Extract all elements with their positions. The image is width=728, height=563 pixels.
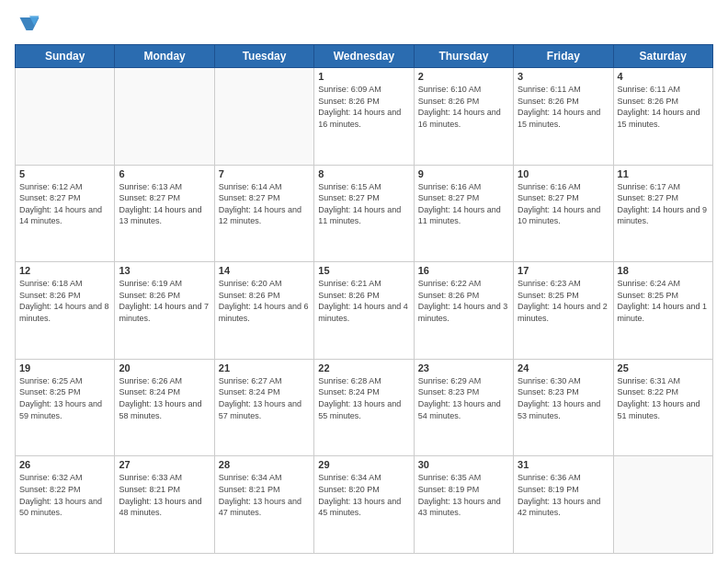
- calendar-cell: 8Sunrise: 6:15 AMSunset: 8:27 PMDaylight…: [314, 165, 414, 262]
- day-number: 3: [518, 71, 609, 82]
- calendar-cell: 11Sunrise: 6:17 AMSunset: 8:27 PMDayligh…: [613, 165, 712, 262]
- day-number: 11: [618, 168, 709, 179]
- calendar-cell: 3Sunrise: 6:11 AMSunset: 8:26 PMDaylight…: [514, 68, 613, 166]
- weekday-header-saturday: Saturday: [613, 45, 712, 68]
- day-number: 7: [219, 168, 310, 179]
- calendar-cell: 28Sunrise: 6:34 AMSunset: 8:21 PMDayligh…: [214, 456, 313, 554]
- weekday-header-monday: Monday: [115, 45, 214, 68]
- day-info: Sunrise: 6:16 AMSunset: 8:27 PMDaylight:…: [518, 181, 609, 227]
- weekday-header-wednesday: Wednesday: [314, 45, 414, 68]
- calendar-cell: 29Sunrise: 6:34 AMSunset: 8:20 PMDayligh…: [314, 456, 414, 554]
- day-number: 30: [418, 459, 509, 470]
- weekday-header-row: SundayMondayTuesdayWednesdayThursdayFrid…: [16, 45, 713, 68]
- day-info: Sunrise: 6:30 AMSunset: 8:23 PMDaylight:…: [518, 375, 609, 421]
- calendar-cell: 24Sunrise: 6:30 AMSunset: 8:23 PMDayligh…: [514, 359, 613, 456]
- day-number: 27: [119, 459, 210, 470]
- calendar-cell: 18Sunrise: 6:24 AMSunset: 8:25 PMDayligh…: [613, 262, 712, 360]
- day-number: 23: [418, 362, 509, 373]
- day-number: 20: [119, 362, 210, 373]
- day-info: Sunrise: 6:21 AMSunset: 8:26 PMDaylight:…: [318, 278, 409, 324]
- calendar-cell: 13Sunrise: 6:19 AMSunset: 8:26 PMDayligh…: [115, 262, 214, 360]
- day-number: 22: [318, 362, 409, 373]
- day-info: Sunrise: 6:36 AMSunset: 8:19 PMDaylight:…: [518, 472, 609, 518]
- calendar-cell: 15Sunrise: 6:21 AMSunset: 8:26 PMDayligh…: [314, 262, 414, 360]
- day-number: 1: [318, 71, 409, 82]
- day-number: 13: [119, 265, 210, 276]
- calendar-cell: 17Sunrise: 6:23 AMSunset: 8:25 PMDayligh…: [514, 262, 613, 360]
- day-number: 26: [19, 459, 110, 470]
- day-info: Sunrise: 6:20 AMSunset: 8:26 PMDaylight:…: [219, 278, 310, 324]
- day-number: 4: [618, 71, 709, 82]
- calendar-cell: 20Sunrise: 6:26 AMSunset: 8:24 PMDayligh…: [115, 359, 214, 456]
- page: SundayMondayTuesdayWednesdayThursdayFrid…: [0, 0, 728, 563]
- day-number: 12: [19, 265, 110, 276]
- weekday-header-friday: Friday: [514, 45, 613, 68]
- day-number: 17: [518, 265, 609, 276]
- day-info: Sunrise: 6:09 AMSunset: 8:26 PMDaylight:…: [318, 84, 409, 130]
- day-number: 18: [618, 265, 709, 276]
- calendar-cell: [115, 68, 214, 166]
- calendar-week-1: 1Sunrise: 6:09 AMSunset: 8:26 PMDaylight…: [16, 68, 713, 166]
- day-number: 29: [318, 459, 409, 470]
- day-number: 5: [19, 168, 110, 179]
- day-info: Sunrise: 6:14 AMSunset: 8:27 PMDaylight:…: [219, 181, 310, 227]
- day-info: Sunrise: 6:23 AMSunset: 8:25 PMDaylight:…: [518, 278, 609, 324]
- calendar-cell: 12Sunrise: 6:18 AMSunset: 8:26 PMDayligh…: [16, 262, 115, 360]
- day-number: 28: [219, 459, 310, 470]
- day-info: Sunrise: 6:19 AMSunset: 8:26 PMDaylight:…: [119, 278, 210, 324]
- calendar-cell: 5Sunrise: 6:12 AMSunset: 8:27 PMDaylight…: [16, 165, 115, 262]
- calendar-cell: 23Sunrise: 6:29 AMSunset: 8:23 PMDayligh…: [414, 359, 513, 456]
- day-info: Sunrise: 6:33 AMSunset: 8:21 PMDaylight:…: [119, 472, 210, 518]
- header: [15, 11, 713, 37]
- day-info: Sunrise: 6:11 AMSunset: 8:26 PMDaylight:…: [518, 84, 609, 130]
- day-number: 15: [318, 265, 409, 276]
- calendar-table: SundayMondayTuesdayWednesdayThursdayFrid…: [15, 44, 713, 554]
- calendar-cell: 31Sunrise: 6:36 AMSunset: 8:19 PMDayligh…: [514, 456, 613, 554]
- logo: [15, 11, 42, 37]
- day-number: 10: [518, 168, 609, 179]
- day-number: 9: [418, 168, 509, 179]
- day-info: Sunrise: 6:25 AMSunset: 8:25 PMDaylight:…: [19, 375, 110, 421]
- day-number: 16: [418, 265, 509, 276]
- calendar-week-3: 12Sunrise: 6:18 AMSunset: 8:26 PMDayligh…: [16, 262, 713, 360]
- calendar-week-2: 5Sunrise: 6:12 AMSunset: 8:27 PMDaylight…: [16, 165, 713, 262]
- calendar-cell: 1Sunrise: 6:09 AMSunset: 8:26 PMDaylight…: [314, 68, 414, 166]
- day-info: Sunrise: 6:10 AMSunset: 8:26 PMDaylight:…: [418, 84, 509, 130]
- calendar-cell: 9Sunrise: 6:16 AMSunset: 8:27 PMDaylight…: [414, 165, 513, 262]
- calendar-cell: 27Sunrise: 6:33 AMSunset: 8:21 PMDayligh…: [115, 456, 214, 554]
- day-info: Sunrise: 6:13 AMSunset: 8:27 PMDaylight:…: [119, 181, 210, 227]
- day-number: 31: [518, 459, 609, 470]
- day-number: 25: [618, 362, 709, 373]
- weekday-header-tuesday: Tuesday: [214, 45, 313, 68]
- day-info: Sunrise: 6:27 AMSunset: 8:24 PMDaylight:…: [219, 375, 310, 421]
- calendar-cell: 4Sunrise: 6:11 AMSunset: 8:26 PMDaylight…: [613, 68, 712, 166]
- calendar-cell: 6Sunrise: 6:13 AMSunset: 8:27 PMDaylight…: [115, 165, 214, 262]
- day-info: Sunrise: 6:15 AMSunset: 8:27 PMDaylight:…: [318, 181, 409, 227]
- day-info: Sunrise: 6:26 AMSunset: 8:24 PMDaylight:…: [119, 375, 210, 421]
- calendar-cell: 19Sunrise: 6:25 AMSunset: 8:25 PMDayligh…: [16, 359, 115, 456]
- day-info: Sunrise: 6:16 AMSunset: 8:27 PMDaylight:…: [418, 181, 509, 227]
- calendar-cell: 22Sunrise: 6:28 AMSunset: 8:24 PMDayligh…: [314, 359, 414, 456]
- calendar-week-5: 26Sunrise: 6:32 AMSunset: 8:22 PMDayligh…: [16, 456, 713, 554]
- day-number: 2: [418, 71, 509, 82]
- calendar-cell: 14Sunrise: 6:20 AMSunset: 8:26 PMDayligh…: [214, 262, 313, 360]
- day-info: Sunrise: 6:24 AMSunset: 8:25 PMDaylight:…: [618, 278, 709, 324]
- day-number: 24: [518, 362, 609, 373]
- calendar-cell: 7Sunrise: 6:14 AMSunset: 8:27 PMDaylight…: [214, 165, 313, 262]
- calendar-cell: 26Sunrise: 6:32 AMSunset: 8:22 PMDayligh…: [16, 456, 115, 554]
- day-info: Sunrise: 6:18 AMSunset: 8:26 PMDaylight:…: [19, 278, 110, 324]
- weekday-header-thursday: Thursday: [414, 45, 513, 68]
- day-info: Sunrise: 6:28 AMSunset: 8:24 PMDaylight:…: [318, 375, 409, 421]
- calendar-cell: 2Sunrise: 6:10 AMSunset: 8:26 PMDaylight…: [414, 68, 513, 166]
- calendar-cell: 21Sunrise: 6:27 AMSunset: 8:24 PMDayligh…: [214, 359, 313, 456]
- day-info: Sunrise: 6:12 AMSunset: 8:27 PMDaylight:…: [19, 181, 110, 227]
- day-info: Sunrise: 6:34 AMSunset: 8:20 PMDaylight:…: [318, 472, 409, 518]
- calendar-cell: [613, 456, 712, 554]
- day-info: Sunrise: 6:35 AMSunset: 8:19 PMDaylight:…: [418, 472, 509, 518]
- calendar-week-4: 19Sunrise: 6:25 AMSunset: 8:25 PMDayligh…: [16, 359, 713, 456]
- day-number: 19: [19, 362, 110, 373]
- day-info: Sunrise: 6:22 AMSunset: 8:26 PMDaylight:…: [418, 278, 509, 324]
- day-number: 8: [318, 168, 409, 179]
- weekday-header-sunday: Sunday: [16, 45, 115, 68]
- day-info: Sunrise: 6:29 AMSunset: 8:23 PMDaylight:…: [418, 375, 509, 421]
